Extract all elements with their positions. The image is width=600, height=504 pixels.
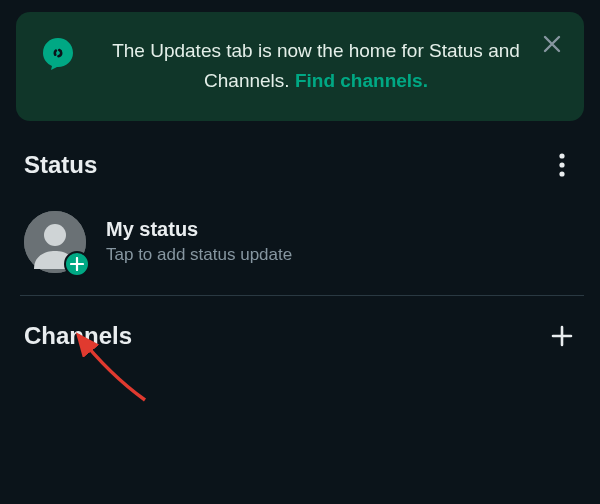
banner-message: The Updates tab is now the home for Stat… xyxy=(94,32,566,97)
status-ring-icon xyxy=(38,34,78,74)
my-status-title: My status xyxy=(106,218,292,241)
close-icon xyxy=(541,33,563,55)
status-section-title: Status xyxy=(24,151,97,179)
more-vert-icon xyxy=(559,153,565,177)
plus-icon xyxy=(70,257,84,271)
svg-point-5 xyxy=(44,224,66,246)
channels-section-header: Channels xyxy=(0,296,600,360)
plus-icon xyxy=(550,324,574,348)
add-status-badge[interactable] xyxy=(64,251,90,277)
my-status-row[interactable]: My status Tap to add status update xyxy=(0,195,600,295)
channels-section-title: Channels xyxy=(24,322,132,350)
my-status-subtitle: Tap to add status update xyxy=(106,245,292,265)
svg-point-3 xyxy=(559,171,564,176)
add-channel-button[interactable] xyxy=(548,322,576,350)
status-section-header: Status xyxy=(0,135,600,195)
svg-point-1 xyxy=(559,153,564,158)
banner-close-button[interactable] xyxy=(540,32,564,56)
my-status-text: My status Tap to add status update xyxy=(106,218,292,265)
find-channels-link[interactable]: Find channels. xyxy=(295,70,428,91)
svg-point-2 xyxy=(559,162,564,167)
updates-banner: The Updates tab is now the home for Stat… xyxy=(16,12,584,121)
status-more-button[interactable] xyxy=(548,151,576,179)
my-status-avatar xyxy=(24,211,86,273)
